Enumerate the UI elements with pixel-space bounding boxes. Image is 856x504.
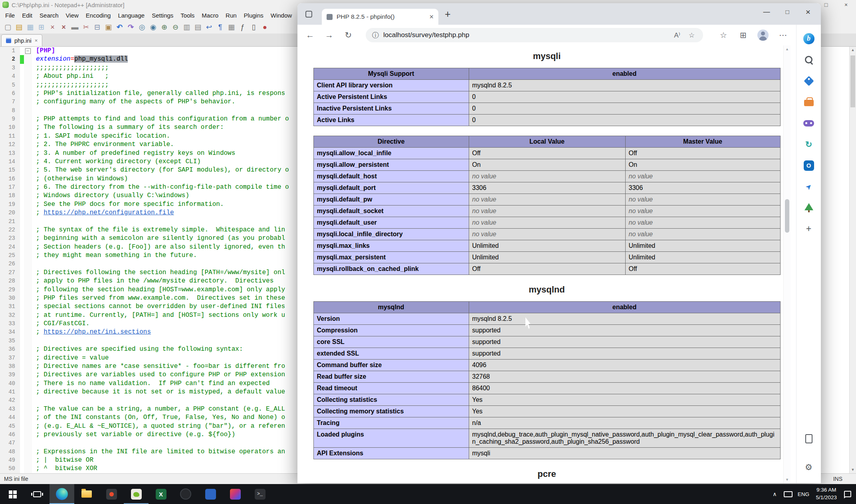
- menu-macro[interactable]: Macro: [198, 12, 222, 19]
- function-list-icon[interactable]: ƒ: [237, 22, 248, 32]
- start-button[interactable]: [0, 484, 25, 504]
- menu-language[interactable]: Language: [114, 12, 148, 19]
- add-favorite-icon[interactable]: ☆: [687, 31, 697, 40]
- browser-tab-phpinfo[interactable]: PHP 8.2.5 - phpinfo() ×: [322, 9, 438, 25]
- scrollbar-up-icon[interactable]: ▲: [784, 45, 791, 53]
- clock[interactable]: 9:36 AM 5/1/2023: [812, 486, 841, 502]
- fold-margin[interactable]: [24, 115, 32, 123]
- refresh-button[interactable]: ↻: [339, 30, 357, 40]
- edge-close-button[interactable]: ×: [798, 3, 818, 21]
- fold-margin[interactable]: [24, 55, 32, 63]
- address-bar[interactable]: ⓘ localhost/survey/testphp.php A⁾ ☆: [366, 28, 703, 42]
- fold-margin[interactable]: [24, 448, 32, 456]
- microsoft365-icon[interactable]: ↻: [800, 134, 818, 155]
- fold-margin[interactable]: [24, 175, 32, 183]
- open-file-icon[interactable]: ▤: [14, 22, 24, 32]
- fold-margin[interactable]: [24, 371, 32, 379]
- menu-plugins[interactable]: Plugins: [240, 12, 267, 19]
- fold-margin[interactable]: [24, 354, 32, 362]
- fold-margin[interactable]: [24, 396, 32, 405]
- close-doc-icon[interactable]: ×: [47, 22, 58, 32]
- edge-minimize-button[interactable]: —: [756, 3, 777, 21]
- new-tab-button[interactable]: +: [445, 8, 451, 20]
- taskbar-edge-icon[interactable]: [50, 484, 74, 504]
- fold-margin[interactable]: [24, 302, 32, 311]
- fold-margin[interactable]: [24, 328, 32, 336]
- outlook-icon[interactable]: O: [800, 155, 818, 176]
- fold-margin[interactable]: [24, 277, 32, 285]
- sidebar-search-icon[interactable]: [800, 49, 818, 70]
- scrollbar-thumb[interactable]: [850, 55, 855, 107]
- site-info-icon[interactable]: ⓘ: [372, 31, 379, 40]
- taskbar-pinned-app-icon[interactable]: >_: [248, 484, 272, 504]
- fold-margin[interactable]: [24, 456, 32, 464]
- replace-icon[interactable]: ◉: [148, 22, 159, 32]
- word-wrap-icon[interactable]: ↩: [204, 22, 214, 32]
- fold-margin[interactable]: [24, 294, 32, 302]
- games-icon[interactable]: [800, 113, 818, 134]
- menu-view[interactable]: View: [62, 12, 82, 19]
- fold-margin[interactable]: [24, 388, 32, 396]
- back-button[interactable]: ←: [301, 30, 319, 40]
- fold-margin[interactable]: [24, 89, 32, 98]
- notepad-close-button[interactable]: ×: [836, 0, 856, 10]
- fold-margin[interactable]: [24, 98, 32, 106]
- fold-margin[interactable]: [24, 158, 32, 166]
- fold-margin[interactable]: [24, 405, 32, 413]
- scrollbar-down-icon[interactable]: ▼: [850, 466, 856, 473]
- paste-icon[interactable]: ▣: [103, 22, 114, 32]
- print-icon[interactable]: ▬: [69, 22, 80, 32]
- fold-margin[interactable]: [24, 286, 32, 294]
- touch-keyboard-icon[interactable]: [781, 484, 795, 504]
- fold-margin[interactable]: [24, 64, 32, 72]
- find-icon[interactable]: ◎: [137, 22, 147, 32]
- profile-avatar[interactable]: [757, 30, 769, 41]
- fold-margin[interactable]: [24, 226, 32, 234]
- taskbar-pinned-app-icon[interactable]: X: [149, 484, 173, 504]
- menu-settings[interactable]: Settings: [148, 12, 177, 19]
- redo-icon[interactable]: ↷: [125, 22, 136, 32]
- tab-actions-icon[interactable]: [305, 11, 312, 18]
- fold-margin[interactable]: [24, 379, 32, 388]
- save-icon[interactable]: ▦: [25, 22, 36, 32]
- fold-margin[interactable]: [24, 149, 32, 158]
- scrollbar-up-icon[interactable]: ▲: [850, 47, 856, 53]
- fold-margin[interactable]: [24, 200, 32, 209]
- fold-margin[interactable]: [24, 260, 32, 268]
- macro-record-icon[interactable]: ●: [260, 22, 270, 32]
- hidden-icons-chevron[interactable]: ∧: [768, 484, 781, 504]
- url-text[interactable]: localhost/survey/testphp.php: [383, 31, 668, 39]
- fold-margin[interactable]: [24, 107, 32, 115]
- fold-margin[interactable]: [24, 311, 32, 320]
- tools-icon[interactable]: [800, 91, 818, 113]
- fold-margin[interactable]: [24, 337, 32, 345]
- fold-margin[interactable]: [24, 140, 32, 149]
- menu-encoding[interactable]: Encoding: [82, 12, 115, 19]
- shopping-icon[interactable]: [800, 70, 818, 91]
- zoom-out-icon[interactable]: ⊖: [170, 22, 181, 32]
- fold-margin[interactable]: [24, 209, 32, 217]
- fold-margin[interactable]: [24, 345, 32, 354]
- favorites-icon[interactable]: ☆: [714, 30, 733, 40]
- notepad-scrollbar[interactable]: ▲ ▼: [849, 47, 856, 473]
- taskbar-notepadpp-icon[interactable]: [124, 484, 149, 504]
- fold-margin[interactable]: [24, 217, 32, 226]
- fold-margin[interactable]: [24, 464, 32, 473]
- tab-close-icon[interactable]: ×: [429, 13, 434, 21]
- fold-margin[interactable]: [24, 47, 32, 55]
- fold-margin[interactable]: [24, 72, 32, 81]
- undo-icon[interactable]: ↶: [114, 22, 125, 32]
- action-center-icon[interactable]: [841, 484, 854, 504]
- fold-margin[interactable]: [24, 243, 32, 251]
- collections-icon[interactable]: ⊞: [734, 30, 753, 40]
- tree-icon[interactable]: [800, 197, 818, 218]
- taskbar-pinned-app-icon[interactable]: [173, 484, 198, 504]
- fold-margin[interactable]: [24, 422, 32, 431]
- fold-margin[interactable]: [24, 132, 32, 140]
- save-all-icon[interactable]: ⊞: [36, 22, 47, 32]
- fold-margin[interactable]: [24, 234, 32, 243]
- taskbar-pinned-app-icon[interactable]: [198, 484, 223, 504]
- close-all-icon[interactable]: ×: [58, 22, 69, 32]
- read-aloud-icon[interactable]: A⁾: [672, 31, 682, 40]
- tab-php-ini[interactable]: php.ini ×: [1, 34, 42, 46]
